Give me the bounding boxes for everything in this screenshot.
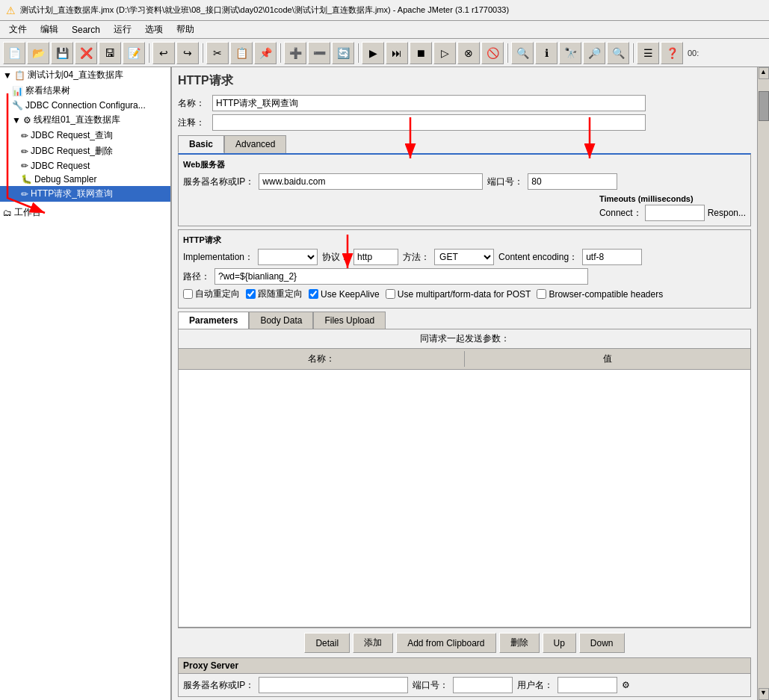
auto-redirect-label[interactable]: 自动重定向 <box>183 288 240 300</box>
http-request-section-label: HTTP请求 <box>183 235 746 246</box>
redo-button[interactable]: ↪ <box>176 42 199 64</box>
port-input[interactable] <box>528 173 617 190</box>
sidebar-item-label: Debug Sampler <box>34 174 96 185</box>
scrollbar-thumb[interactable] <box>759 91 769 121</box>
info-button[interactable]: ℹ <box>535 42 558 64</box>
auto-redirect-text: 自动重定向 <box>195 288 240 300</box>
sub-tab-body-data[interactable]: Body Data <box>249 312 313 329</box>
menu-help[interactable]: 帮助 <box>170 22 200 37</box>
sidebar-item-test-plan[interactable]: ▼ 📋 测试计划04_直连数据库 <box>0 67 170 83</box>
scroll-up-btn[interactable]: ▲ <box>759 67 769 79</box>
timer-display: 00: <box>688 49 699 58</box>
sub-tab-parameters[interactable]: Parameters <box>178 312 249 329</box>
add-from-clipboard-button[interactable]: Add from Clipboard <box>396 633 495 653</box>
search-button[interactable]: 🔍 <box>511 42 534 64</box>
open-button[interactable]: 📂 <box>27 42 49 64</box>
edit-button[interactable]: 📝 <box>123 42 145 64</box>
zoom-out-button[interactable]: 🔍 <box>607 42 629 64</box>
main-layout: ▼ 📋 测试计划04_直连数据库 📊 察看结果树 🔧 JDBC Connecti… <box>0 67 769 700</box>
http-panel: HTTP请求 名称： 注释： Basic Advanced Web服务器 <box>178 73 751 697</box>
encoding-input[interactable] <box>582 249 642 265</box>
add-button[interactable]: 添加 <box>353 633 393 653</box>
encoding-label: Content encoding： <box>498 251 578 264</box>
menu-file[interactable]: 文件 <box>3 22 33 37</box>
remote-run-button[interactable]: ▷ <box>433 42 456 64</box>
binoculars-button[interactable]: 🔭 <box>559 42 581 64</box>
list-button[interactable]: ☰ <box>637 42 659 64</box>
close-button[interactable]: ❌ <box>75 42 97 64</box>
cut-button[interactable]: ✂ <box>206 42 229 64</box>
help-button[interactable]: ❓ <box>661 42 683 64</box>
protocol-input[interactable] <box>353 249 398 265</box>
browser-headers-check[interactable] <box>537 289 546 299</box>
method-select[interactable]: GET POST <box>434 249 494 265</box>
menu-edit[interactable]: 编辑 <box>34 22 64 37</box>
follow-redirect-label[interactable]: 跟随重定向 <box>246 288 303 300</box>
col-value: 值 <box>465 351 750 367</box>
multipart-label[interactable]: Use multipart/form-data for POST <box>386 289 531 300</box>
down-button[interactable]: Down <box>579 633 625 653</box>
separator-5 <box>507 43 508 63</box>
save-copy-button[interactable]: 💾 <box>51 42 73 64</box>
tab-basic[interactable]: Basic <box>178 135 224 153</box>
remote-clear-button[interactable]: 🚫 <box>481 42 504 64</box>
menu-options[interactable]: 选项 <box>139 22 169 37</box>
comment-input[interactable] <box>212 114 646 131</box>
sidebar-item-debug-sampler[interactable]: 🐛 Debug Sampler <box>0 173 170 186</box>
sub-tab-files-upload[interactable]: Files Upload <box>313 312 386 329</box>
reset-button[interactable]: 🔄 <box>332 42 354 64</box>
paste-button[interactable]: 📌 <box>254 42 277 64</box>
proxy-port-input[interactable] <box>453 677 513 693</box>
protocol-label: 协议： <box>322 251 349 264</box>
keepalive-label[interactable]: Use KeepAlive <box>309 289 380 300</box>
implementation-label: Implementation： <box>183 251 253 264</box>
keepalive-check[interactable] <box>309 289 318 299</box>
timeout-section: Timeouts (milliseconds) Connect： Respon.… <box>599 194 746 221</box>
sidebar-item-view-results[interactable]: 📊 察看结果树 <box>0 83 170 99</box>
delete-button[interactable]: 删除 <box>499 633 540 653</box>
detail-button[interactable]: Detail <box>304 633 350 653</box>
up-button[interactable]: Up <box>543 633 576 653</box>
menu-search[interactable]: Search <box>66 23 106 37</box>
menu-bar: 文件 编辑 Search 运行 选项 帮助 <box>0 21 769 39</box>
web-server-label: Web服务器 <box>183 159 746 170</box>
sidebar-item-thread-group[interactable]: ▼ ⚙ 线程组01_直连数据库 <box>0 112 170 128</box>
undo-button[interactable]: ↩ <box>152 42 175 64</box>
separator-4 <box>357 43 359 63</box>
sidebar-item-label: JDBC Request <box>31 161 90 171</box>
right-scrollbar[interactable]: ▲ ▼ <box>757 67 769 700</box>
save-button[interactable]: 🖫 <box>99 42 121 64</box>
menu-run[interactable]: 运行 <box>108 22 138 37</box>
sidebar-item-http-request[interactable]: ✏ HTTP请求_联网查询 <box>0 186 170 202</box>
new-button[interactable]: 📄 <box>3 42 25 64</box>
sidebar-item-jdbc-request-1[interactable]: ✏ JDBC Request_查询 <box>0 128 170 143</box>
title-text: 测试计划_直连数据库.jmx (D:\学习资料\就业班\08_接口测试\day0… <box>20 4 509 16</box>
proxy-server-input[interactable] <box>259 677 408 693</box>
run-stop-button[interactable]: ⏭ <box>386 42 408 64</box>
zoom-in-button[interactable]: 🔎 <box>583 42 605 64</box>
test-plan-icon: 📋 <box>14 70 25 81</box>
stop-button[interactable]: ⏹ <box>410 42 432 64</box>
multipart-check[interactable] <box>386 289 395 299</box>
sidebar-item-jdbc-config[interactable]: 🔧 JDBC Connection Configura... <box>0 99 170 112</box>
remote-stop-button[interactable]: ⊗ <box>457 42 480 64</box>
expand-button[interactable]: ➕ <box>284 42 306 64</box>
browser-headers-label[interactable]: Browser-compatible headers <box>537 289 663 300</box>
run-button[interactable]: ▶ <box>362 42 384 64</box>
server-input[interactable] <box>259 173 483 190</box>
implementation-select[interactable] <box>258 249 318 265</box>
tab-advanced[interactable]: Advanced <box>224 135 286 153</box>
copy-button[interactable]: 📋 <box>230 42 253 64</box>
name-input[interactable] <box>212 95 646 111</box>
scroll-down-btn[interactable]: ▼ <box>759 688 769 700</box>
sidebar-item-workbench[interactable]: 🗂 工作台 <box>0 205 170 220</box>
follow-redirect-check[interactable] <box>246 289 256 299</box>
sidebar-item-jdbc-request-3[interactable]: ✏ JDBC Request <box>0 159 170 173</box>
auto-redirect-check[interactable] <box>183 289 193 299</box>
collapse-button[interactable]: ➖ <box>308 42 330 64</box>
path-input[interactable] <box>214 268 588 285</box>
proxy-username-input[interactable] <box>558 677 617 693</box>
connect-input[interactable] <box>645 205 705 221</box>
sidebar-item-jdbc-request-2[interactable]: ✏ JDBC Request_删除 <box>0 143 170 159</box>
col-name: 名称： <box>179 351 465 367</box>
